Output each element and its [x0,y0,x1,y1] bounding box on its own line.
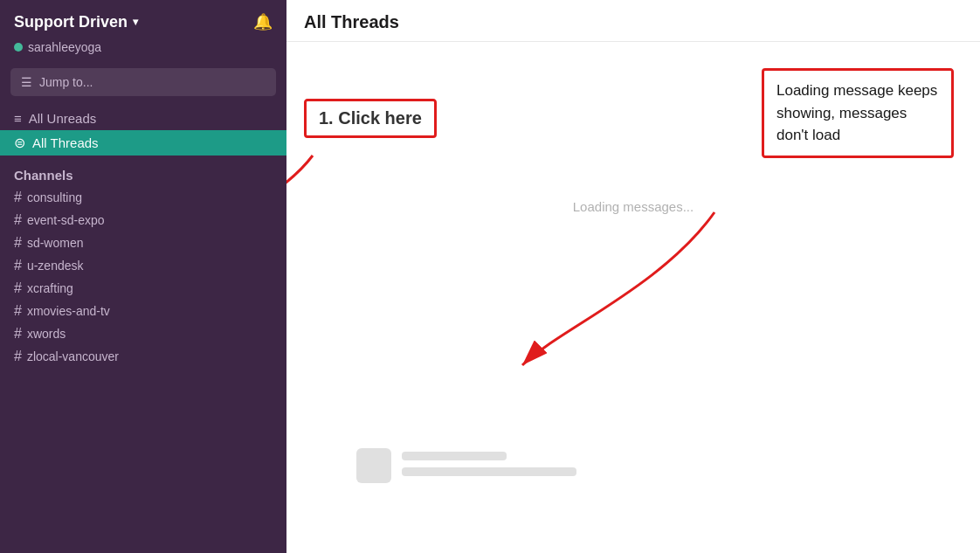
skeleton-lines [402,448,576,476]
channel-name: event-sd-expo [27,213,105,227]
bell-icon[interactable]: 🔔 [253,12,273,31]
page-title: All Threads [304,12,399,32]
hash-icon: # [14,349,22,364]
all-unreads-label: All Unreads [29,111,97,126]
sidebar-item-all-threads[interactable]: ⊜ All Threads [0,130,286,156]
hash-icon: # [14,235,22,251]
channel-item-xmovies-and-tv[interactable]: # xmovies-and-tv [0,300,286,322]
sidebar-item-all-unreads[interactable]: ≡ All Unreads [0,107,286,130]
sidebar-header: Support Driven ▾ 🔔 [0,0,286,38]
channel-name: xwords [27,327,66,341]
channels-section-header: Channels [0,156,286,186]
hash-icon: # [14,326,22,342]
workspace-name[interactable]: Support Driven ▾ [14,13,138,31]
skeleton-avatar [356,448,391,483]
click-here-label: 1. Click here [319,108,422,128]
hash-icon: # [14,303,22,319]
main-header: All Threads [286,0,980,42]
jump-to-label: Jump to... [39,75,93,89]
all-unreads-icon: ≡ [14,111,22,126]
loading-messages-text: Loading messages... [573,199,694,214]
hash-icon: # [14,190,22,205]
hash-icon: # [14,212,22,228]
channel-item-zlocal-vancouver[interactable]: # zlocal-vancouver [0,345,286,368]
hash-icon: # [14,258,22,273]
channel-name: sd-women [27,236,84,250]
sidebar: Support Driven ▾ 🔔 sarahleeyoga ☰ Jump t… [0,0,286,553]
click-here-annotation: 1. Click here [304,99,437,138]
app-container: Support Driven ▾ 🔔 sarahleeyoga ☰ Jump t… [0,0,980,553]
channel-name: zlocal-vancouver [27,349,119,363]
workspace-title: Support Driven [14,13,128,31]
channel-item-sd-women[interactable]: # sd-women [0,232,286,254]
skeleton-container [356,448,576,483]
channel-name: consulting [27,190,82,204]
channel-item-xwords[interactable]: # xwords [0,322,286,345]
user-row: sarahleeyoga [0,38,286,63]
jump-to-icon: ☰ [21,75,32,89]
channel-item-consulting[interactable]: # consulting [0,186,286,209]
channel-name: xcrafting [27,281,73,295]
tooltip-box: Loading message keeps showing, messages … [762,68,954,158]
jump-to-button[interactable]: ☰ Jump to... [10,68,276,96]
username: sarahleeyoga [28,40,101,54]
skeleton-line-2 [402,467,576,476]
hash-icon: # [14,280,22,296]
chevron-down-icon: ▾ [133,16,138,28]
tooltip-text: Loading message keeps showing, messages … [776,82,937,143]
channel-name: u-zendesk [27,259,84,273]
all-threads-icon: ⊜ [14,135,25,151]
main-body: 1. Click here Loading message keeps show… [286,42,980,553]
all-threads-label: All Threads [32,135,99,150]
channel-item-u-zendesk[interactable]: # u-zendesk [0,254,286,277]
main-content: All Threads 1. Click here [286,0,980,553]
channel-name: xmovies-and-tv [27,304,110,318]
loading-label: Loading messages... [573,199,694,214]
channel-item-event-sd-expo[interactable]: # event-sd-expo [0,209,286,232]
skeleton-line-1 [402,452,507,460]
channel-item-xcrafting[interactable]: # xcrafting [0,277,286,300]
user-status-dot [14,43,23,52]
